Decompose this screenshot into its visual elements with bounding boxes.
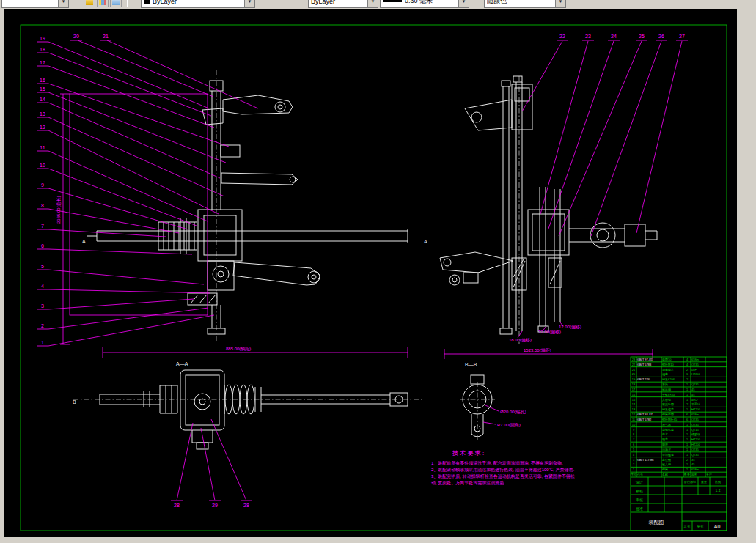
table-cell: Q235 [691, 418, 700, 421]
leader-line [48, 308, 208, 329]
table-cell: 输入轴 [662, 462, 671, 467]
layers-icon[interactable] [97, 0, 109, 7]
table-cell: 1 [686, 468, 689, 471]
table-cell: 大齿轮 [662, 398, 671, 402]
table-cell: 1 [686, 393, 689, 396]
table-cell: 螺栓M10 [662, 363, 675, 366]
make-object-layer-icon[interactable] [84, 0, 95, 7]
table-cell: 1 [686, 437, 689, 441]
parts-list-table: 23GB/T 97-85垫圈10465Mn22GB/T 5783螺栓M104Q2… [631, 357, 727, 531]
table-cell: 6 [633, 443, 635, 446]
designer-label: 设计 [635, 480, 643, 484]
leader-line [591, 41, 661, 236]
tech-note-line: 动, 支架处、万向节处均需加注润滑脂. [431, 480, 505, 486]
table-cell: 羊毛毡 [691, 402, 700, 406]
layers-glyph-icon [99, 0, 106, 5]
part-label: 29 [212, 503, 218, 508]
layer-previous-glyph-icon [112, 0, 120, 5]
table-cell: 密封毡圈 [662, 402, 674, 406]
cad-application: ▼ ByLayer ▼ ByLayer ▼ 0.30 毫米 ▼ 随颜色 ▼ [0, 0, 756, 543]
leader-line [107, 40, 258, 108]
table-cell: 调整垫片 [662, 368, 674, 372]
object-properties-toolbar: ▼ ByLayer ▼ ByLayer ▼ 0.30 毫米 ▼ 随颜色 ▼ [0, 0, 756, 9]
leader-line [48, 169, 197, 226]
color-combo[interactable]: ByLayer ▼ [141, 0, 255, 8]
linetype-combo-value: ByLayer [311, 0, 367, 5]
layer-previous-icon[interactable] [110, 0, 122, 7]
leader-line [177, 423, 193, 500]
page-label: 第 张 [697, 525, 703, 528]
hole-dimension: Ø20.00(钻孔) [500, 409, 526, 415]
part-label: 9 [41, 182, 44, 188]
table-cell: Q235 [691, 448, 700, 451]
lineweight-combo[interactable]: 0.30 毫米 ▼ [380, 0, 469, 8]
table-cell: 6 [686, 413, 689, 416]
span-right-dimension: 1523.50(轴距) [524, 347, 551, 353]
table-cell: 1 [686, 398, 689, 402]
table-cell: 10 [632, 423, 636, 426]
table-cell: 22 [632, 363, 636, 366]
table-cell: GB/T 93-87 [637, 413, 653, 416]
part-label: 21 [103, 34, 109, 39]
table-cell: Q215 [691, 428, 700, 432]
table-cell: 轴承6206 [662, 377, 675, 381]
table-cell: 1 [686, 453, 689, 457]
table-cell: 螺栓M8×65 [662, 418, 678, 421]
table-cell: 17 [632, 388, 636, 391]
part-label: 28 [174, 503, 180, 508]
checker-label: 校核 [635, 489, 643, 493]
chevron-down-icon[interactable]: ▼ [555, 0, 565, 7]
table-cell: 垫圈10 [662, 358, 672, 361]
table-cell: 35 [691, 458, 695, 462]
part-label: 25 [639, 34, 645, 39]
section-arrow-a-left: A [82, 239, 86, 244]
table-cell: GB/T 5783 [637, 363, 652, 366]
drawing-frame [21, 25, 727, 531]
table-cell: 垫片 [662, 432, 668, 436]
part-label: 8 [41, 203, 44, 208]
plotstyle-combo-value: 随颜色 [487, 0, 555, 6]
leader-line [211, 419, 246, 500]
table-cell: 1 [686, 388, 689, 391]
table-cell: 1 [686, 407, 689, 411]
drawing-canvas[interactable]: A A [4, 9, 737, 537]
table-cell: 20 [632, 372, 636, 376]
part-label: 26 [658, 34, 664, 39]
table-cell: 箱座 [662, 443, 668, 446]
table-cell: 油标尺 [662, 448, 671, 452]
chevron-down-icon[interactable]: ▼ [58, 0, 68, 7]
chevron-down-icon[interactable]: ▼ [244, 0, 254, 7]
layer-glyph-icon [86, 0, 93, 5]
layer-combo[interactable]: ▼ [1, 0, 69, 8]
scale-value: 1:2 [716, 488, 721, 492]
linetype-combo[interactable]: ByLayer ▼ [308, 0, 378, 8]
part-label: 14 [40, 97, 45, 102]
section-bb-view: B—B Ø20.00(钻孔) R7.00(圆角) [460, 362, 526, 440]
plotstyle-combo[interactable]: 随颜色 ▼ [484, 0, 566, 8]
part-label: 11 [40, 145, 45, 150]
scale-label: 比例 [715, 480, 721, 484]
table-cell: Q235 [691, 453, 700, 457]
table-cell: 通气器 [662, 423, 671, 426]
part-label: 17 [40, 60, 45, 65]
table-cell: 45 [691, 388, 695, 391]
chevron-down-icon[interactable]: ▼ [367, 0, 378, 7]
table-cell: 15 [632, 398, 636, 402]
part-label: 4 [41, 284, 44, 289]
table-cell: 数量 [684, 473, 690, 476]
table-cell: 23 [632, 358, 636, 361]
color-combo-value: ByLayer [153, 0, 244, 5]
table-cell: HT200 [691, 372, 701, 376]
table-cell: 2 [686, 368, 689, 372]
table-cell: 14 [632, 402, 636, 406]
part-label: 3 [41, 303, 44, 309]
table-cell: GB/T 5782 [637, 418, 652, 421]
section-aa-label: A—A [176, 361, 188, 366]
chevron-down-icon[interactable]: ▼ [458, 0, 469, 7]
table-cell: 18 [632, 383, 636, 386]
part-label: 16 [40, 78, 45, 83]
part-label: 22 [559, 34, 565, 39]
table-cell: 1 [633, 468, 635, 471]
table-cell: 9 [633, 428, 635, 432]
lineweight-combo-value: 0.30 毫米 [405, 0, 458, 6]
